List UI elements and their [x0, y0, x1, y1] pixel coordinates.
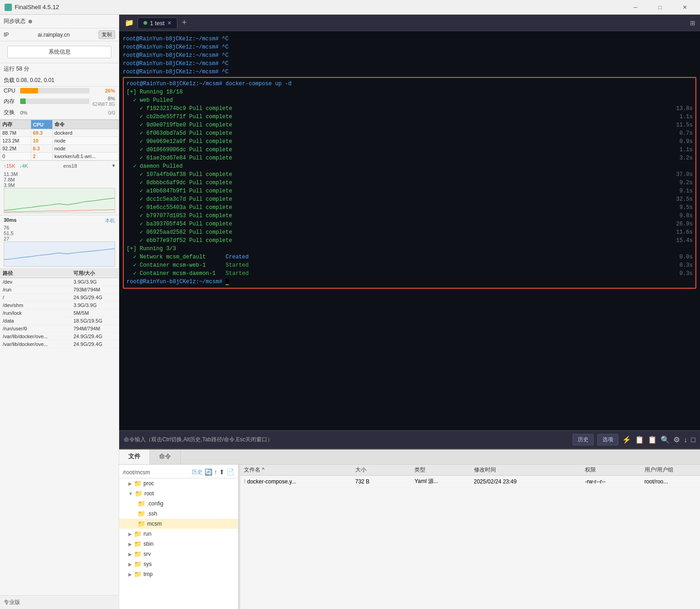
minimize-button[interactable]: ─ [625, 0, 646, 15]
copy-icon[interactable]: 📋 [635, 435, 644, 444]
disk-size: 18.5G/19.5G [71, 317, 119, 325]
disk-path: /var/lib/docker/ove... [0, 333, 71, 340]
disk-row: /24.9G/29.4G [0, 294, 119, 302]
proc-cpu-header[interactable]: CPU [31, 120, 52, 129]
runtime-label: 运行 58 分 [0, 63, 119, 75]
col-modified[interactable]: 修改时间 [470, 466, 582, 474]
tab-close-icon[interactable]: ✕ [167, 20, 171, 26]
tree-item[interactable]: ▶📁run [119, 529, 238, 539]
tree-up-icon[interactable]: ↑ [214, 468, 217, 476]
add-tab-button[interactable]: + [178, 16, 191, 29]
tree-item[interactable]: ▶📁proc [119, 478, 238, 488]
folder-arrow-icon: ▶ [128, 562, 132, 567]
lightning-icon[interactable]: ⚡ [622, 435, 631, 444]
file-row[interactable]: ! docker-compose.y...732 BYaml 源...2025/… [240, 476, 700, 488]
tree-upload-icon[interactable]: ⬆ [219, 468, 225, 476]
col-size[interactable]: 大小 [352, 466, 411, 474]
fullscreen-icon[interactable]: □ [691, 436, 695, 444]
process-row: 02kworker/u8:1-wri... [0, 153, 119, 160]
folder-icon[interactable]: 📁 [121, 16, 138, 29]
tree-item[interactable]: ▼📁root [119, 488, 238, 499]
settings-icon[interactable]: ⚙ [673, 435, 680, 444]
command-input-bar: 命令输入（双击Ctrl切换,Alt历史,Tab路径/命令,Esc关闭窗口） 历史… [119, 430, 700, 449]
options-button[interactable]: 选项 [597, 434, 618, 445]
tree-item[interactable]: 📁.config [119, 499, 238, 509]
mem-value: 8% 624M/7.8G [92, 96, 115, 107]
folder-arrow-icon: ▶ [128, 532, 132, 537]
tree-history-btn[interactable]: 历史 [192, 468, 203, 476]
tab-file[interactable]: 文件 [119, 450, 150, 464]
disk-row: /var/lib/docker/ove...24.9G/29.4G [0, 340, 119, 348]
disk-size: 24.9G/29.4G [71, 333, 119, 340]
network-section: ↑15K ↓4K ens18 ▾ [0, 160, 119, 171]
paste-icon[interactable]: 📋 [648, 435, 657, 444]
folder-icon: 📁 [138, 500, 145, 507]
terminal-line: 11.5s ✓ 9d0e0719fbe0 Pull complete [127, 121, 693, 129]
process-table-container: 内存 CPU 命令 88.7M69.3dockerd123.2M10node92… [0, 120, 119, 160]
disk-path-header[interactable]: 路径 [0, 269, 71, 278]
search-icon[interactable]: 🔍 [661, 435, 670, 444]
disk-path: /dev/shm [0, 302, 71, 309]
folder-icon: 📁 [134, 550, 142, 558]
mem-bar-fill [20, 99, 26, 104]
proc-cmd: kworker/u8:1-wri... [52, 153, 118, 160]
terminal-line: ✓ daemon Pulled [127, 162, 693, 170]
folder-icon: 📁 [134, 571, 142, 578]
terminal-line: 9.5s ✓ 91e6cc55403a Pull complete [127, 203, 693, 212]
grid-view-button[interactable]: ⊞ [685, 17, 700, 28]
tree-controls: 历史 🔄 ↑ ⬆ 📄 [192, 468, 234, 476]
file-list: 文件名 ^ 大小 类型 修改时间 权限 用户/用户组 ! docker-comp… [240, 465, 700, 609]
right-panel: 📁 1 test ✕ + ⊞ root@RainYun-b8jCKe1z:~/m… [119, 15, 700, 609]
terminal-line: root@RainYun-b8jCKe1z:~/mcsm# ^C [123, 35, 696, 43]
tree-item[interactable]: ▶📁sys [119, 559, 238, 569]
terminal-line: [+] Running 3/3 [127, 245, 693, 253]
download-icon[interactable]: ↓ [683, 436, 687, 444]
tree-item[interactable]: ▶📁srv [119, 549, 238, 559]
tree-item[interactable]: ▶📁tmp [119, 569, 238, 579]
terminal-line: root@RainYun-b8jCKe1z:~/mcsm# ^C [123, 68, 696, 76]
ping-section: 30ms 本机 [0, 215, 119, 225]
sys-info-button[interactable]: 系统信息 [7, 46, 111, 58]
folder-arrow-icon: ▶ [128, 542, 132, 547]
net-dropdown-icon[interactable]: ▾ [112, 163, 115, 169]
tree-newfile-icon[interactable]: 📄 [226, 468, 234, 476]
tree-item-label: .config [147, 500, 163, 507]
tree-item[interactable]: 📁mcsm [119, 519, 238, 529]
col-filename[interactable]: 文件名 ^ [240, 466, 352, 474]
tree-item-label: sbin [143, 541, 154, 547]
col-perm[interactable]: 权限 [581, 466, 640, 474]
maximize-button[interactable]: □ [650, 0, 671, 15]
copy-ip-button[interactable]: 复制 [99, 30, 115, 39]
tree-item-label: run [143, 531, 151, 537]
tab-1-test[interactable]: 1 test ✕ [138, 17, 177, 28]
tree-item[interactable]: 📁.ssh [119, 509, 238, 519]
tab-command[interactable]: 命令 [150, 450, 181, 464]
tree-item-label: sys [143, 561, 152, 567]
disk-size-header[interactable]: 可用/大小 [71, 269, 119, 278]
tree-refresh-icon[interactable]: 🔄 [204, 468, 212, 476]
disk-size: 24.9G/29.4G [71, 340, 119, 348]
tree-item-label: root [144, 490, 154, 497]
swap-row: 交换 0% 0/0 [0, 108, 119, 120]
docker-output-box: root@RainYun-b8jCKe1z:~/mcsm# docker-com… [123, 77, 696, 289]
disk-row: /var/lib/docker/ove...24.9G/29.4G [0, 333, 119, 340]
file-icon: ! [244, 478, 246, 485]
disk-size: 793M/794M [71, 286, 119, 294]
proc-mem-header[interactable]: 内存 [0, 120, 31, 129]
disk-path: /data [0, 317, 71, 325]
terminal-line: root@RainYun-b8jCKe1z:~/mcsm# ^C [123, 43, 696, 51]
file-type: Yaml 源... [411, 477, 470, 485]
close-button[interactable]: ✕ [674, 0, 695, 15]
proc-cmd-header[interactable]: 命令 [52, 120, 118, 129]
tree-item[interactable]: ▶📁sbin [119, 539, 238, 549]
col-owner[interactable]: 用户/用户组 [641, 466, 700, 474]
col-type[interactable]: 类型 [411, 466, 470, 474]
process-row: 92.2M6.3node [0, 145, 119, 153]
process-table: 内存 CPU 命令 88.7M69.3dockerd123.2M10node92… [0, 120, 119, 160]
terminal-line: root@RainYun-b8jCKe1z:~/mcsm# ^C [123, 51, 696, 60]
terminal-area[interactable]: root@RainYun-b8jCKe1z:~/mcsm# ^Croot@Rai… [119, 31, 700, 430]
pro-badge: 专业版 [0, 595, 119, 609]
disk-row: /run/user/0794M/794M [0, 325, 119, 333]
history-button[interactable]: 历史 [573, 434, 594, 445]
disk-section: 路径 可用/大小 /dev3.9G/3.9G/run793M/794M/24.9… [0, 269, 119, 595]
